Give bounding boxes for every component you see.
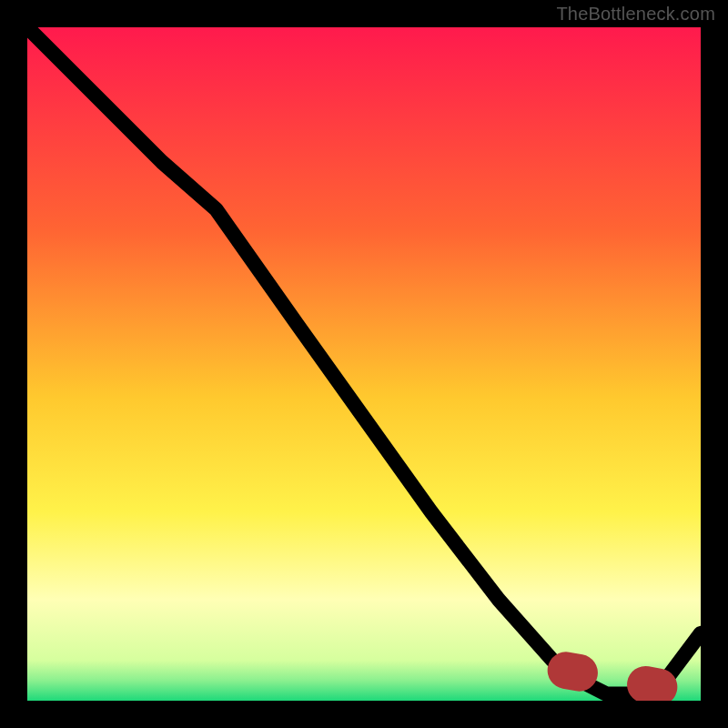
- curve-path: [27, 27, 701, 694]
- optimal-region-marker: [566, 671, 661, 688]
- chart-frame: TheBottleneck.com: [0, 0, 728, 728]
- watermark-label: TheBottleneck.com: [556, 4, 715, 25]
- plot-area: [27, 27, 701, 701]
- bottleneck-curve: [27, 27, 701, 701]
